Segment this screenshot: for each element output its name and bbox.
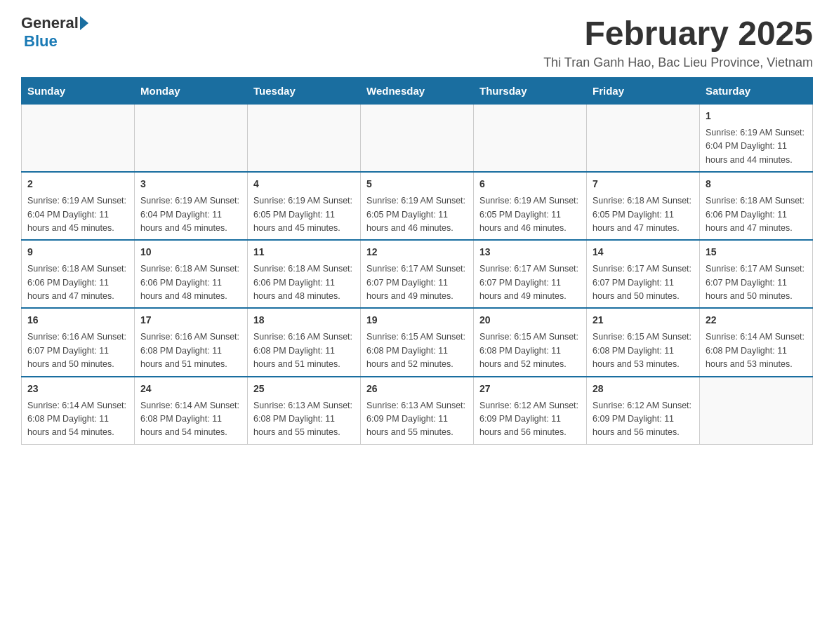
calendar-cell <box>474 105 587 173</box>
calendar-cell: 3Sunrise: 6:19 AM Sunset: 6:04 PM Daylig… <box>135 172 248 240</box>
calendar-cell: 13Sunrise: 6:17 AM Sunset: 6:07 PM Dayli… <box>474 240 587 308</box>
calendar-week-row: 1Sunrise: 6:19 AM Sunset: 6:04 PM Daylig… <box>22 105 813 173</box>
day-number: 18 <box>253 313 355 328</box>
day-info: Sunrise: 6:19 AM Sunset: 6:04 PM Dayligh… <box>706 126 807 167</box>
calendar-cell: 6Sunrise: 6:19 AM Sunset: 6:05 PM Daylig… <box>474 172 587 240</box>
calendar-cell: 12Sunrise: 6:17 AM Sunset: 6:07 PM Dayli… <box>361 240 474 308</box>
day-info: Sunrise: 6:12 AM Sunset: 6:09 PM Dayligh… <box>479 399 581 440</box>
calendar-cell: 18Sunrise: 6:16 AM Sunset: 6:08 PM Dayli… <box>248 308 361 376</box>
day-info: Sunrise: 6:13 AM Sunset: 6:08 PM Dayligh… <box>253 399 355 440</box>
day-info: Sunrise: 6:17 AM Sunset: 6:07 PM Dayligh… <box>706 262 807 303</box>
calendar-cell: 5Sunrise: 6:19 AM Sunset: 6:05 PM Daylig… <box>361 172 474 240</box>
day-info: Sunrise: 6:15 AM Sunset: 6:08 PM Dayligh… <box>593 330 694 371</box>
day-number: 14 <box>593 245 694 260</box>
day-number: 28 <box>593 382 694 396</box>
calendar-week-row: 16Sunrise: 6:16 AM Sunset: 6:07 PM Dayli… <box>22 308 813 376</box>
day-info: Sunrise: 6:18 AM Sunset: 6:06 PM Dayligh… <box>706 194 807 235</box>
day-number: 10 <box>140 245 241 260</box>
calendar-cell: 28Sunrise: 6:12 AM Sunset: 6:09 PM Dayli… <box>587 377 700 445</box>
page-subtitle: Thi Tran Ganh Hao, Bac Lieu Province, Vi… <box>543 55 813 70</box>
calendar-cell: 21Sunrise: 6:15 AM Sunset: 6:08 PM Dayli… <box>587 308 700 376</box>
calendar-cell <box>700 377 813 445</box>
calendar-cell: 17Sunrise: 6:16 AM Sunset: 6:08 PM Dayli… <box>135 308 248 376</box>
title-area: February 2025 Thi Tran Ganh Hao, Bac Lie… <box>543 14 813 70</box>
calendar-week-row: 23Sunrise: 6:14 AM Sunset: 6:08 PM Dayli… <box>22 377 813 445</box>
calendar-cell: 16Sunrise: 6:16 AM Sunset: 6:07 PM Dayli… <box>22 308 135 376</box>
calendar-cell: 27Sunrise: 6:12 AM Sunset: 6:09 PM Dayli… <box>474 377 587 445</box>
day-number: 27 <box>479 382 581 396</box>
logo-blue: Blue <box>24 32 58 51</box>
day-info: Sunrise: 6:19 AM Sunset: 6:05 PM Dayligh… <box>366 194 468 235</box>
day-info: Sunrise: 6:17 AM Sunset: 6:07 PM Dayligh… <box>366 262 468 303</box>
day-number: 12 <box>366 245 468 260</box>
day-info: Sunrise: 6:16 AM Sunset: 6:07 PM Dayligh… <box>27 330 128 371</box>
day-number: 6 <box>479 177 581 192</box>
calendar-header-friday: Friday <box>587 78 700 105</box>
day-number: 15 <box>706 245 807 260</box>
day-number: 2 <box>27 177 128 192</box>
calendar-cell: 7Sunrise: 6:18 AM Sunset: 6:05 PM Daylig… <box>587 172 700 240</box>
calendar-header-saturday: Saturday <box>700 78 813 105</box>
calendar-cell: 19Sunrise: 6:15 AM Sunset: 6:08 PM Dayli… <box>361 308 474 376</box>
day-info: Sunrise: 6:17 AM Sunset: 6:07 PM Dayligh… <box>593 262 694 303</box>
calendar-header-wednesday: Wednesday <box>361 78 474 105</box>
day-number: 9 <box>27 245 128 260</box>
day-info: Sunrise: 6:14 AM Sunset: 6:08 PM Dayligh… <box>706 330 807 371</box>
calendar-cell: 10Sunrise: 6:18 AM Sunset: 6:06 PM Dayli… <box>135 240 248 308</box>
day-info: Sunrise: 6:19 AM Sunset: 6:05 PM Dayligh… <box>479 194 581 235</box>
calendar-cell <box>361 105 474 173</box>
day-number: 13 <box>479 245 581 260</box>
calendar-table: SundayMondayTuesdayWednesdayThursdayFrid… <box>21 77 813 445</box>
day-info: Sunrise: 6:19 AM Sunset: 6:05 PM Dayligh… <box>253 194 355 235</box>
calendar-cell: 25Sunrise: 6:13 AM Sunset: 6:08 PM Dayli… <box>248 377 361 445</box>
page-header: General Blue February 2025 Thi Tran Ganh… <box>21 14 813 70</box>
calendar-cell <box>135 105 248 173</box>
page-title: February 2025 <box>543 14 813 53</box>
day-info: Sunrise: 6:18 AM Sunset: 6:06 PM Dayligh… <box>140 262 241 303</box>
calendar-cell: 4Sunrise: 6:19 AM Sunset: 6:05 PM Daylig… <box>248 172 361 240</box>
calendar-cell: 23Sunrise: 6:14 AM Sunset: 6:08 PM Dayli… <box>22 377 135 445</box>
calendar-cell: 20Sunrise: 6:15 AM Sunset: 6:08 PM Dayli… <box>474 308 587 376</box>
calendar-header-sunday: Sunday <box>22 78 135 105</box>
day-number: 20 <box>479 313 581 328</box>
day-number: 16 <box>27 313 128 328</box>
calendar-header-tuesday: Tuesday <box>248 78 361 105</box>
day-number: 17 <box>140 313 241 328</box>
calendar-cell: 26Sunrise: 6:13 AM Sunset: 6:09 PM Dayli… <box>361 377 474 445</box>
day-number: 26 <box>366 382 468 396</box>
day-number: 3 <box>140 177 241 192</box>
day-number: 7 <box>593 177 694 192</box>
day-info: Sunrise: 6:15 AM Sunset: 6:08 PM Dayligh… <box>366 330 468 371</box>
day-number: 1 <box>706 109 807 123</box>
calendar-cell: 1Sunrise: 6:19 AM Sunset: 6:04 PM Daylig… <box>700 105 813 173</box>
calendar-cell: 8Sunrise: 6:18 AM Sunset: 6:06 PM Daylig… <box>700 172 813 240</box>
day-info: Sunrise: 6:19 AM Sunset: 6:04 PM Dayligh… <box>140 194 241 235</box>
logo: General Blue <box>21 14 88 51</box>
day-number: 4 <box>253 177 355 192</box>
day-number: 22 <box>706 313 807 328</box>
calendar-cell <box>587 105 700 173</box>
day-info: Sunrise: 6:18 AM Sunset: 6:05 PM Dayligh… <box>593 194 694 235</box>
calendar-header-thursday: Thursday <box>474 78 587 105</box>
day-number: 21 <box>593 313 694 328</box>
day-info: Sunrise: 6:16 AM Sunset: 6:08 PM Dayligh… <box>140 330 241 371</box>
calendar-cell: 14Sunrise: 6:17 AM Sunset: 6:07 PM Dayli… <box>587 240 700 308</box>
day-info: Sunrise: 6:18 AM Sunset: 6:06 PM Dayligh… <box>253 262 355 303</box>
day-info: Sunrise: 6:13 AM Sunset: 6:09 PM Dayligh… <box>366 399 468 440</box>
day-info: Sunrise: 6:16 AM Sunset: 6:08 PM Dayligh… <box>253 330 355 371</box>
calendar-cell: 9Sunrise: 6:18 AM Sunset: 6:06 PM Daylig… <box>22 240 135 308</box>
logo-arrow-icon <box>80 16 88 30</box>
day-number: 5 <box>366 177 468 192</box>
calendar-cell: 24Sunrise: 6:14 AM Sunset: 6:08 PM Dayli… <box>135 377 248 445</box>
calendar-cell <box>248 105 361 173</box>
day-info: Sunrise: 6:15 AM Sunset: 6:08 PM Dayligh… <box>479 330 581 371</box>
day-number: 8 <box>706 177 807 192</box>
logo-general: General <box>21 14 79 32</box>
calendar-cell <box>22 105 135 173</box>
calendar-cell: 2Sunrise: 6:19 AM Sunset: 6:04 PM Daylig… <box>22 172 135 240</box>
day-info: Sunrise: 6:14 AM Sunset: 6:08 PM Dayligh… <box>140 399 241 440</box>
day-number: 19 <box>366 313 468 328</box>
day-info: Sunrise: 6:17 AM Sunset: 6:07 PM Dayligh… <box>479 262 581 303</box>
calendar-week-row: 2Sunrise: 6:19 AM Sunset: 6:04 PM Daylig… <box>22 172 813 240</box>
day-info: Sunrise: 6:12 AM Sunset: 6:09 PM Dayligh… <box>593 399 694 440</box>
